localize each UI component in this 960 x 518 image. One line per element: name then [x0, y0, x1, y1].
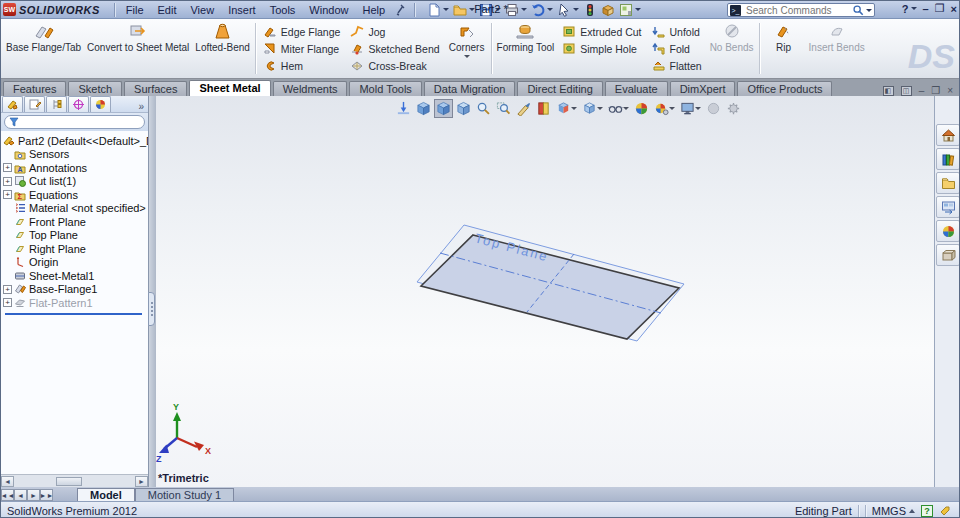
tab-direct-editing[interactable]: Direct Editing	[517, 81, 602, 96]
tab-dimxpert[interactable]: DimXpert	[670, 81, 736, 96]
menu-tools[interactable]: Tools	[263, 2, 303, 18]
rebuild-traffic-light-icon[interactable]	[582, 2, 598, 18]
file-explorer-button[interactable]	[936, 172, 960, 194]
menu-window[interactable]: Window	[302, 2, 355, 18]
custom-properties-button[interactable]	[936, 244, 960, 266]
hem-button[interactable]: Hem	[260, 57, 344, 74]
tree-filter-input[interactable]	[4, 115, 145, 129]
pane-left-icon[interactable]: ◧	[883, 86, 894, 96]
next-tab-icon[interactable]: ►	[27, 489, 40, 501]
tree-item-cut-list[interactable]: + Cut list(1)	[3, 175, 148, 189]
tab-mold-tools[interactable]: Mold Tools	[349, 81, 421, 96]
tree-item-front-plane[interactable]: Front Plane	[3, 215, 148, 229]
menu-edit[interactable]: Edit	[151, 2, 184, 18]
propertymanager-tab[interactable]	[24, 96, 45, 112]
simple-hole-button[interactable]: Simple Hole	[559, 40, 644, 57]
scroll-thumb[interactable]	[56, 477, 82, 486]
tree-item-top-plane[interactable]: Top Plane	[3, 229, 148, 243]
featuremanager-tab[interactable]	[2, 96, 23, 112]
tab-model[interactable]: Model	[77, 488, 135, 501]
lofted-bend-button[interactable]: Lofted-Bend	[192, 20, 253, 77]
tree-item-base-flange[interactable]: + Base-Flange1	[3, 283, 148, 297]
panel-horizontal-scrollbar[interactable]: ◄ ►	[1, 474, 148, 487]
sketched-bend-button[interactable]: Sketched Bend	[347, 40, 442, 57]
prev-tab-icon[interactable]: ◄	[14, 489, 27, 501]
edge-flange-button[interactable]: Edge Flange	[260, 23, 344, 40]
tab-data-migration[interactable]: Data Migration	[424, 81, 516, 96]
doc-minimize-icon[interactable]: –	[919, 85, 925, 96]
flatten-button[interactable]: Flatten	[649, 57, 705, 74]
tree-item-sensors[interactable]: Sensors	[3, 148, 148, 162]
pane-right-icon[interactable]: ◫	[901, 86, 912, 96]
close-button[interactable]: ×	[951, 3, 957, 15]
tree-item-flat-pattern[interactable]: + Flat-Pattern1	[3, 296, 148, 310]
tab-sketch[interactable]: Sketch	[68, 81, 122, 96]
expand-icon[interactable]: +	[3, 298, 12, 307]
expand-icon[interactable]: +	[3, 177, 12, 186]
tree-root-part[interactable]: Part2 (Default<<Default>_Displa	[3, 134, 148, 148]
pin-menu-icon[interactable]	[393, 2, 409, 18]
file-properties-icon[interactable]	[600, 2, 616, 18]
fold-button[interactable]: Fold	[649, 40, 705, 57]
menu-view[interactable]: View	[183, 2, 221, 18]
expand-icon[interactable]: +	[3, 285, 12, 294]
search-commands-box[interactable]: >_	[727, 3, 875, 17]
minimize-button[interactable]: –	[923, 3, 929, 15]
menu-help[interactable]: Help	[355, 2, 392, 18]
solidworks-resources-button[interactable]	[936, 124, 960, 146]
menu-insert[interactable]: Insert	[221, 2, 263, 18]
tab-features[interactable]: Features	[3, 81, 66, 96]
displaymanager-tab[interactable]	[90, 96, 111, 112]
units-selector[interactable]: MMGS	[872, 505, 915, 517]
extruded-cut-button[interactable]: Extruded Cut	[559, 23, 644, 40]
convert-to-sheet-metal-button[interactable]: Convert to Sheet Metal	[84, 20, 192, 77]
first-tab-icon[interactable]: ◄◄	[1, 489, 14, 501]
tree-item-annotations[interactable]: + A Annotations	[3, 161, 148, 175]
expand-icon[interactable]: +	[3, 163, 12, 172]
panel-tabs-overflow[interactable]: »	[134, 101, 148, 112]
last-tab-icon[interactable]: ►►	[40, 489, 53, 501]
unfold-button[interactable]: Unfold	[649, 23, 705, 40]
options-icon[interactable]	[618, 2, 642, 18]
view-palette-button[interactable]	[936, 196, 960, 218]
tab-motion-study[interactable]: Motion Study 1	[135, 488, 234, 501]
rip-button[interactable]: Rip	[762, 20, 806, 77]
rollback-bar[interactable]	[5, 313, 142, 315]
search-input[interactable]	[744, 4, 852, 17]
forming-tool-button[interactable]: Forming Tool	[494, 20, 558, 77]
tree-item-sheet-metal[interactable]: Sheet-Metal1	[3, 269, 148, 283]
tree-item-origin[interactable]: Origin	[3, 256, 148, 270]
appearances-scenes-button[interactable]	[936, 220, 960, 242]
graphics-viewport[interactable]: Top Plane Y X Z *Trimetric	[156, 96, 934, 487]
dimxpertmanager-tab[interactable]	[68, 96, 89, 112]
quick-tips-icon[interactable]: ?	[921, 505, 933, 517]
corners-dropdown-icon[interactable]	[464, 55, 470, 58]
select-cursor-icon[interactable]	[556, 2, 580, 18]
model-graphics[interactable]: Top Plane Y X Z	[156, 96, 934, 487]
search-magnifier-icon[interactable]	[852, 4, 864, 16]
tab-evaluate[interactable]: Evaluate	[605, 81, 668, 96]
expand-icon[interactable]: +	[3, 190, 12, 199]
configurationmanager-tab[interactable]	[46, 96, 67, 112]
tab-surfaces[interactable]: Surfaces	[124, 81, 187, 96]
doc-close-icon[interactable]: ×	[947, 85, 953, 96]
tree-item-right-plane[interactable]: Right Plane	[3, 242, 148, 256]
scroll-left-icon[interactable]: ◄	[1, 476, 14, 487]
tab-office-products[interactable]: Office Products	[737, 81, 832, 96]
help-button[interactable]: ?	[902, 3, 917, 15]
menu-file[interactable]: File	[119, 2, 151, 18]
base-flange-button[interactable]: Base Flange/Tab	[3, 20, 84, 77]
scroll-right-icon[interactable]: ►	[135, 476, 148, 487]
tree-item-material[interactable]: Material <not specified>	[3, 202, 148, 216]
restore-button[interactable]: ❐	[935, 2, 945, 15]
design-library-button[interactable]	[936, 148, 960, 170]
panel-collapse-handle[interactable]	[148, 292, 155, 326]
jog-button[interactable]: Jog	[347, 23, 442, 40]
tree-item-equations[interactable]: + Σ Equations	[3, 188, 148, 202]
doc-restore-icon[interactable]: ❐	[931, 85, 940, 96]
corners-button[interactable]: Corners	[445, 20, 489, 77]
tag-icon[interactable]	[939, 505, 951, 517]
miter-flange-button[interactable]: Miter Flange	[260, 40, 344, 57]
tab-sheet-metal[interactable]: Sheet Metal	[189, 80, 270, 96]
cross-break-button[interactable]: Cross-Break	[347, 57, 442, 74]
